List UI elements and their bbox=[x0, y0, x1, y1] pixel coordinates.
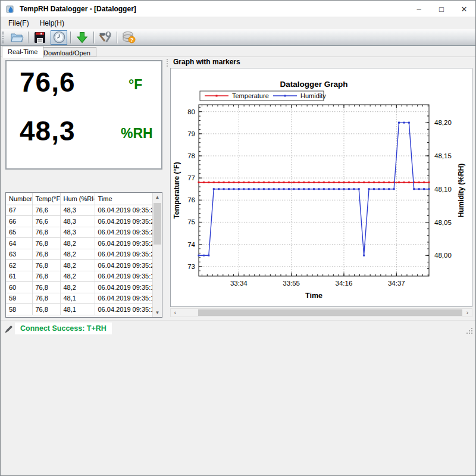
scroll-left-icon[interactable]: ‹ bbox=[171, 309, 180, 317]
svg-text:48,00: 48,00 bbox=[434, 252, 452, 259]
table-row[interactable]: 6676,648,306.04.2019 09:35:29 bbox=[6, 216, 152, 227]
chart-horizontal-scrollbar[interactable]: ‹ › bbox=[170, 308, 472, 317]
menu-help[interactable]: Help(H) bbox=[35, 18, 70, 29]
settings-button[interactable] bbox=[97, 30, 114, 45]
download-data-button[interactable] bbox=[74, 30, 90, 45]
svg-text:Datalogger Graph: Datalogger Graph bbox=[280, 80, 347, 89]
svg-text:75: 75 bbox=[187, 218, 195, 226]
datalog-help-button[interactable]: ? bbox=[120, 30, 137, 45]
svg-text:48,20: 48,20 bbox=[434, 119, 452, 126]
menu-bar: File(F) Help(H) bbox=[1, 17, 475, 29]
pencil-icon bbox=[5, 325, 13, 333]
toolbar-separator bbox=[28, 32, 29, 43]
clock-icon bbox=[53, 31, 65, 43]
download-arrow-icon bbox=[76, 32, 88, 43]
svg-text:80: 80 bbox=[187, 108, 195, 115]
svg-text:Time: Time bbox=[305, 292, 322, 300]
table-row[interactable]: 6476,848,206.04.2019 09:35:25 bbox=[6, 238, 152, 249]
toolbar-separator bbox=[117, 32, 117, 43]
svg-text:73: 73 bbox=[187, 263, 195, 270]
datalogger-chart: 33:3433:5534:1634:37737475767778798048,0… bbox=[171, 68, 472, 306]
app-icon bbox=[6, 4, 15, 14]
title-bar: TempRH Datalogger - [Datalogger] – □ ✕ bbox=[1, 1, 475, 17]
svg-text:76: 76 bbox=[187, 196, 195, 203]
svg-text:77: 77 bbox=[187, 174, 195, 181]
column-header[interactable]: Temp(°F) bbox=[32, 193, 60, 205]
svg-text:34:37: 34:37 bbox=[388, 280, 405, 287]
sync-clock-button[interactable] bbox=[51, 30, 67, 45]
app-window: TempRH Datalogger - [Datalogger] – □ ✕ F… bbox=[0, 0, 476, 476]
humidity-value: 48,3 bbox=[20, 115, 76, 147]
table-row[interactable]: 5876,848,106.04.2019 09:35:12 bbox=[6, 304, 152, 315]
svg-text:34:16: 34:16 bbox=[336, 280, 353, 287]
tools-icon bbox=[99, 32, 112, 43]
status-bar: Connect Success: T+RH bbox=[1, 320, 475, 337]
svg-text:79: 79 bbox=[187, 130, 195, 137]
column-header[interactable]: Number bbox=[6, 193, 32, 205]
scroll-right-icon[interactable]: › bbox=[463, 309, 472, 317]
status-message: Connect Success: T+RH bbox=[15, 322, 112, 334]
table-row[interactable]: 6276,848,206.04.2019 09:35:21 bbox=[6, 260, 152, 271]
minimize-button[interactable]: – bbox=[408, 1, 430, 17]
column-header[interactable]: Hum (%RH) bbox=[60, 193, 95, 205]
window-title: TempRH Datalogger - [Datalogger] bbox=[20, 5, 136, 13]
scroll-down-icon[interactable]: ▼ bbox=[153, 308, 162, 317]
tab-real-time[interactable]: Real-Time bbox=[2, 46, 43, 58]
chart-scroll-thumb[interactable] bbox=[198, 309, 462, 316]
tab-download-open[interactable]: Download/Open bbox=[37, 47, 96, 57]
svg-text:Temperature: Temperature bbox=[232, 92, 269, 99]
table-row[interactable]: 6076,848,206.04.2019 09:35:16 bbox=[6, 282, 152, 293]
svg-text:33:55: 33:55 bbox=[283, 280, 300, 287]
graph-panel-header: Graph with markers bbox=[173, 58, 240, 66]
svg-text:Humidity: Humidity bbox=[300, 92, 326, 99]
svg-text:74: 74 bbox=[187, 241, 195, 248]
svg-text:48,05: 48,05 bbox=[434, 219, 452, 226]
svg-text:?: ? bbox=[130, 37, 133, 43]
table-row[interactable]: 6776,648,306.04.2019 09:35:31 bbox=[6, 205, 152, 216]
tab-strip: Real-Time Download/Open bbox=[1, 46, 475, 57]
svg-text:Humidity (%RH): Humidity (%RH) bbox=[457, 164, 465, 218]
resize-grip-icon[interactable] bbox=[466, 328, 473, 334]
toolbar: ? bbox=[1, 29, 475, 46]
save-button[interactable] bbox=[32, 30, 48, 45]
temperature-unit: °F bbox=[129, 77, 142, 93]
toolbar-grip[interactable] bbox=[2, 32, 5, 43]
maximize-button[interactable]: □ bbox=[430, 1, 453, 17]
svg-text:48,15: 48,15 bbox=[434, 152, 452, 159]
table-scroll-thumb[interactable] bbox=[154, 203, 161, 245]
svg-text:78: 78 bbox=[187, 152, 195, 159]
scroll-up-icon[interactable]: ▲ bbox=[153, 193, 162, 202]
svg-text:Temperature (°F): Temperature (°F) bbox=[173, 162, 181, 218]
table-row[interactable]: 6576,848,306.04.2019 09:35:27 bbox=[6, 227, 152, 238]
readings-table-panel: NumberTemp(°F)Hum (%RH)Time 6776,648,306… bbox=[5, 192, 162, 318]
svg-text:48,10: 48,10 bbox=[434, 186, 452, 193]
open-file-button[interactable] bbox=[8, 30, 25, 45]
temperature-value: 76,6 bbox=[20, 66, 76, 98]
graph-panel-grip[interactable] bbox=[167, 59, 168, 67]
column-header[interactable]: Time bbox=[95, 193, 152, 205]
readings-table: NumberTemp(°F)Hum (%RH)Time 6776,648,306… bbox=[6, 193, 152, 317]
readout-panel: 76,6 °F 48,3 %RH bbox=[5, 60, 162, 170]
toolbar-separator bbox=[93, 32, 94, 43]
graph-panel: 33:3433:5534:1634:37737475767778798048,0… bbox=[170, 68, 472, 307]
table-header-row: NumberTemp(°F)Hum (%RH)Time bbox=[6, 193, 152, 205]
database-help-icon: ? bbox=[122, 31, 136, 43]
close-button[interactable]: ✕ bbox=[453, 1, 475, 17]
table-row[interactable]: 6376,848,206.04.2019 09:35:23 bbox=[6, 249, 152, 260]
svg-text:33:34: 33:34 bbox=[230, 280, 248, 287]
table-row[interactable]: 5976,848,106.04.2019 09:35:14 bbox=[6, 293, 152, 304]
table-row[interactable]: 6176,848,206.04.2019 09:35:18 bbox=[6, 271, 152, 282]
menu-file[interactable]: File(F) bbox=[3, 18, 35, 29]
folder-open-icon bbox=[10, 32, 24, 43]
toolbar-separator bbox=[70, 32, 71, 43]
table-vertical-scrollbar[interactable]: ▲ ▼ bbox=[152, 193, 162, 317]
humidity-unit: %RH bbox=[121, 126, 153, 142]
save-floppy-icon bbox=[34, 32, 46, 43]
readings-table-body: 6776,648,306.04.2019 09:35:316676,648,30… bbox=[6, 205, 152, 315]
